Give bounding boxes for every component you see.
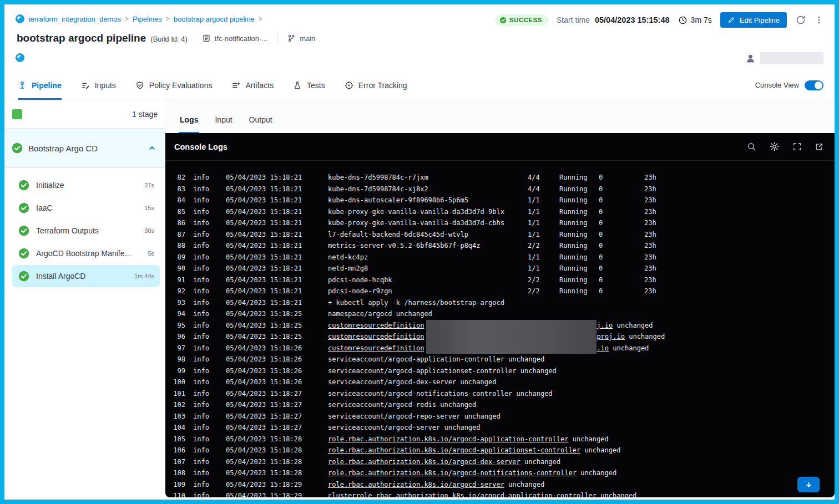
log-level: info	[193, 388, 226, 400]
log-link[interactable]: role.rbac.authorization.k8s.io/argocd-de…	[328, 456, 520, 468]
pod-ready: 1/1	[528, 206, 559, 218]
pod-restarts: 0	[599, 172, 644, 184]
log-body[interactable]: 82info05/04/2023 15:18:21kube-dns-7d5998…	[165, 161, 835, 497]
console-view-control: Console View	[755, 70, 823, 100]
log-text: serviceaccount/argocd-applicationset-con…	[328, 365, 557, 377]
log-timestamp: 05/04/2023 15:18:21	[226, 274, 328, 286]
tab-policy-evaluations[interactable]: Policy Evaluations	[135, 70, 213, 100]
tab-artifacts[interactable]: Artifacts	[231, 70, 274, 100]
tab-tests[interactable]: Tests	[293, 70, 325, 100]
console-view-toggle[interactable]	[805, 80, 823, 90]
pod-restarts: 0	[599, 206, 644, 218]
check-circle-icon	[12, 142, 23, 154]
log-link[interactable]: j.io	[597, 320, 613, 332]
execution-sidebar: 1 stage Bootstrap Argo CD Initialize27sI…	[4, 100, 165, 500]
stage-count: 1 stage	[132, 110, 158, 119]
repo-info[interactable]: tfc-notification-...	[202, 34, 267, 43]
log-row: 88info05/04/2023 15:18:21metrics-server-…	[165, 240, 835, 252]
log-level: info	[193, 206, 226, 218]
log-text: namespace/argocd unchanged	[328, 308, 432, 320]
pod-restarts: 0	[599, 229, 644, 241]
log-timestamp: 05/04/2023 15:18:21	[226, 184, 328, 195]
fullscreen-icon[interactable]	[792, 142, 802, 151]
kebab-menu-icon[interactable]	[815, 15, 823, 25]
console-header: Console Logs	[165, 133, 835, 161]
log-text: unchanged	[609, 343, 649, 354]
log-tab-input[interactable]: Input	[214, 107, 233, 133]
tab-inputs[interactable]: Inputs	[81, 70, 116, 100]
pod-ready: 1/1	[528, 229, 559, 241]
tab-pipeline[interactable]: Pipeline	[18, 70, 62, 100]
breadcrumb-link-terraform-integration-demos[interactable]: terraform_integration_demos	[28, 15, 121, 23]
open-in-new-icon[interactable]	[815, 142, 823, 151]
log-level: info	[193, 184, 226, 195]
log-row: 84info05/04/2023 15:18:21kube-dns-autosc…	[165, 195, 835, 206]
log-link[interactable]: customresourcedefinition	[328, 320, 424, 332]
edit-pipeline-button[interactable]: Edit Pipeline	[720, 12, 787, 28]
breadcrumb-link-bootstrap-argocd-pipeline[interactable]: bootstrap argocd pipeline	[174, 15, 255, 23]
step-item-iaac[interactable]: IaaC15s	[12, 197, 160, 219]
log-line-number: 87	[173, 229, 185, 241]
pod-restarts: 0	[599, 217, 644, 229]
pod-name: metrics-server-v0.5.2-6bf845b67f-p8q4z	[328, 240, 528, 252]
log-timestamp: 05/04/2023 15:18:21	[226, 217, 328, 229]
log-link[interactable]: clusterrole.rbac.authorization.k8s.io/ar…	[328, 490, 597, 497]
pod-status: Running	[559, 184, 599, 195]
log-row: 108info05/04/2023 15:18:28role.rbac.auth…	[165, 467, 835, 479]
step-item-terraform-outputs[interactable]: Terraform Outputs30s	[12, 220, 160, 242]
log-line-number: 86	[173, 217, 185, 229]
log-link[interactable]: role.rbac.authorization.k8s.io/argocd-se…	[328, 479, 504, 491]
log-level: info	[193, 376, 226, 388]
stage-header: 1 stage	[4, 100, 165, 129]
log-link[interactable]: role.rbac.authorization.k8s.io/argocd-no…	[328, 467, 577, 479]
scroll-to-bottom-button[interactable]	[797, 477, 820, 492]
tab-error-tracking[interactable]: Error Tracking	[345, 70, 407, 100]
step-name: Install ArgoCD	[36, 272, 85, 281]
search-icon[interactable]	[747, 142, 756, 151]
pod-restarts: 0	[599, 263, 644, 274]
step-name: ArgoCD Bootstrap Manife...	[36, 249, 131, 258]
header-actions: SUCCESS Start time 05/04/2023 15:15:48 3…	[495, 12, 823, 28]
log-level: info	[193, 445, 226, 456]
branch-info[interactable]: main	[287, 34, 315, 43]
log-timestamp: 05/04/2023 15:18:29	[226, 479, 328, 491]
log-tab-output[interactable]: Output	[248, 107, 274, 133]
log-link[interactable]: .io	[597, 343, 609, 354]
log-link[interactable]: role.rbac.authorization.k8s.io/argocd-ap…	[328, 445, 580, 456]
pod-status: Running	[559, 229, 599, 241]
log-message: serviceaccount/argocd-server unchanged	[328, 422, 835, 434]
log-link[interactable]: role.rbac.authorization.k8s.io/argocd-ap…	[328, 434, 568, 445]
log-line-number: 89	[173, 252, 185, 263]
step-item-install-argocd[interactable]: Install ArgoCD1m 44s	[12, 265, 160, 287]
log-text: unchanged	[568, 434, 608, 445]
pod-status: Running	[559, 206, 599, 218]
log-tab-logs[interactable]: Logs	[179, 107, 199, 133]
log-line-number: 99	[173, 365, 185, 377]
log-line-number: 101	[173, 388, 185, 400]
log-link[interactable]: customresourcedefinition	[328, 343, 424, 354]
step-item-argocd-bootstrap-manife[interactable]: ArgoCD Bootstrap Manife...5s	[12, 242, 160, 264]
log-level: info	[193, 490, 226, 497]
log-line-number: 105	[173, 434, 185, 445]
stage-row[interactable]: Bootstrap Argo CD	[4, 129, 165, 168]
pod-status: Running	[559, 217, 599, 229]
step-item-initialize[interactable]: Initialize27s	[12, 174, 160, 196]
chevron-up-icon[interactable]	[148, 144, 156, 152]
settings-icon[interactable]	[769, 141, 780, 152]
log-row: 89info05/04/2023 15:18:21netd-kc4pz1/1Ru…	[165, 252, 835, 263]
pod-name: kube-dns-autoscaler-9f89698b6-5p6m5	[328, 195, 528, 206]
breadcrumb-link-pipelines[interactable]: Pipelines	[133, 15, 162, 23]
log-timestamp: 05/04/2023 15:18:28	[226, 445, 328, 456]
log-link[interactable]: customresourcedefinition	[328, 331, 424, 343]
app-window: terraform_integration_demos>Pipelines>bo…	[4, 4, 835, 500]
error-tracking-icon	[345, 81, 353, 90]
breadcrumb-separator: >	[125, 15, 129, 23]
divider	[277, 33, 277, 44]
log-level: info	[193, 479, 226, 491]
refresh-icon[interactable]	[795, 14, 806, 26]
tab-label: Pipeline	[32, 81, 62, 90]
log-area: LogsInputOutput Console Logs 82info05/04…	[165, 100, 835, 500]
pencil-icon	[727, 16, 735, 24]
console-header-icons	[747, 141, 823, 152]
log-link[interactable]: proj.io	[597, 331, 625, 343]
